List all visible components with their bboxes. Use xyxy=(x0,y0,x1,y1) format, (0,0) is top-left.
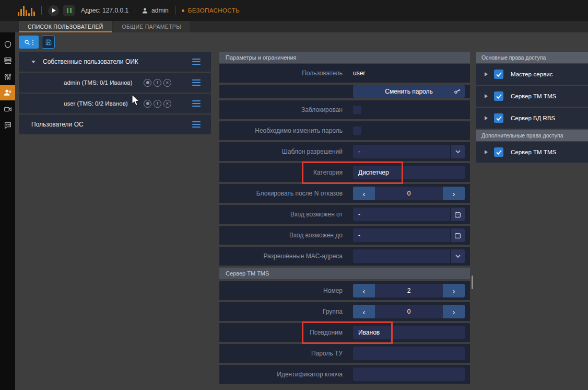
category-field[interactable]: Диспетчер xyxy=(353,166,465,179)
radio-selected-icon[interactable] xyxy=(144,100,151,108)
number-label: Номер xyxy=(219,287,343,294)
calendar-icon[interactable] xyxy=(450,208,465,221)
row-tu-password: Пароль ТУ xyxy=(219,344,470,363)
tree-user-label: user (TMS: 0/2 Иванов) xyxy=(64,100,128,107)
expand-arrow-icon[interactable] xyxy=(485,72,488,76)
chevron-down-icon[interactable] xyxy=(450,145,465,158)
right-item-master-service[interactable]: Мастер-сервис xyxy=(476,64,588,85)
tree-user-user[interactable]: user (TMS: 0/2 Иванов) ! × xyxy=(19,94,211,113)
row-mac-addresses: Разрешённые MAC-адреса xyxy=(219,247,470,266)
search-button[interactable] xyxy=(19,36,39,49)
login-from-datepicker[interactable]: - xyxy=(353,208,465,221)
right-item-extra-tm-server[interactable]: Сервер ТМ TMS xyxy=(476,142,588,163)
tab-general-params[interactable]: ОБЩИЕ ПАРАМЕТРЫ xyxy=(113,21,190,32)
cancel-circle-icon[interactable]: × xyxy=(163,79,171,87)
save-button[interactable] xyxy=(42,36,55,49)
rail-chat-icon[interactable] xyxy=(0,118,15,133)
row-menu-button[interactable] xyxy=(192,121,201,128)
checked-checkbox[interactable] xyxy=(494,147,503,157)
right-item-db-server[interactable]: Сервер БД RBS xyxy=(476,108,588,129)
tab-user-list[interactable]: СПИСОК ПОЛЬЗОВАТЕЛЕЙ xyxy=(19,21,112,32)
params-header: Параметры и ограничения xyxy=(219,52,470,63)
logo-waveform-icon xyxy=(18,5,35,16)
tab-bar: СПИСОК ПОЛЬЗОВАТЕЛЕЙ ОБЩИЕ ПАРАМЕТРЫ xyxy=(0,21,588,32)
expand-arrow-icon[interactable] xyxy=(485,94,488,98)
group-value: 0 xyxy=(375,305,443,318)
tree-user-admin[interactable]: admin (TMS: 0/1 Иванов) ! × xyxy=(19,73,211,93)
row-login-from: Вход возможен от - xyxy=(219,205,470,224)
group-stepper: ‹ 0 › xyxy=(353,305,465,318)
alias-field[interactable]: Иванов xyxy=(353,326,465,339)
checked-checkbox[interactable] xyxy=(494,91,503,101)
rail-sliders-icon[interactable] xyxy=(0,69,15,84)
expand-arrow-icon[interactable] xyxy=(31,61,36,63)
current-user-label: admin xyxy=(151,7,169,14)
right-item-tm-server[interactable]: Сервер ТМ TMS xyxy=(476,86,588,107)
key-id-label: Идентификатор ключа xyxy=(219,371,343,378)
params-panel: Параметры и ограничения Пользователь use… xyxy=(219,52,470,386)
cancel-circle-icon[interactable]: × xyxy=(163,100,171,108)
group-label: Группа xyxy=(219,308,343,315)
alias-value: Иванов xyxy=(353,329,465,336)
row-user: Пользователь user xyxy=(219,64,470,83)
stepper-decrement-button[interactable]: ‹ xyxy=(353,305,375,318)
login-to-label: Вход возможен до xyxy=(219,232,343,239)
user-tree-panel: Собственные пользователи ОИК admin (TMS:… xyxy=(19,36,211,135)
expand-arrow-icon[interactable] xyxy=(485,116,488,120)
rail-servers-icon[interactable] xyxy=(0,53,15,68)
info-circle-icon[interactable]: ! xyxy=(154,79,161,87)
rail-users-icon[interactable] xyxy=(0,85,15,100)
tree-group-label: Пользователи ОС xyxy=(31,121,84,128)
row-change-password: Сменить пароль xyxy=(219,85,470,98)
tree-group-oik[interactable]: Собственные пользователи ОИК xyxy=(19,52,211,72)
block-after-label: Блокировать после N отказов xyxy=(219,190,343,197)
login-to-datepicker[interactable]: - xyxy=(353,228,465,242)
template-select[interactable]: - xyxy=(353,145,465,158)
vertical-scrollbar-thumb[interactable] xyxy=(472,276,473,289)
row-menu-button[interactable] xyxy=(192,100,201,107)
tree-group-os[interactable]: Пользователи ОС xyxy=(19,114,211,134)
block-after-stepper: ‹ 0 › xyxy=(353,187,465,200)
mac-select[interactable] xyxy=(353,249,465,263)
number-value: 2 xyxy=(375,284,443,297)
radio-selected-icon[interactable] xyxy=(144,79,151,87)
chevron-down-icon[interactable] xyxy=(450,249,465,263)
play-button[interactable] xyxy=(48,5,59,16)
rail-shield-icon[interactable] xyxy=(0,37,15,52)
row-category: Категория Диспетчер xyxy=(219,163,470,182)
mac-label: Разрешённые MAC-адреса xyxy=(219,253,343,260)
topbar-separator xyxy=(175,6,175,15)
tms-section-header: Сервер ТМ TMS xyxy=(219,268,470,279)
stepper-increment-button[interactable]: › xyxy=(443,305,465,318)
tu-password-input[interactable] xyxy=(353,347,465,360)
checked-checkbox[interactable] xyxy=(494,70,503,79)
stepper-increment-button[interactable]: › xyxy=(443,187,465,200)
row-group: Группа ‹ 0 › xyxy=(219,302,470,321)
key-id-input[interactable] xyxy=(353,368,465,381)
login-from-value: - xyxy=(353,211,450,218)
more-dots-icon xyxy=(32,40,33,45)
change-password-button[interactable]: Сменить пароль xyxy=(353,85,465,98)
stepper-decrement-button[interactable]: ‹ xyxy=(353,284,375,297)
row-menu-button[interactable] xyxy=(192,79,201,86)
tree-group-label: Собственные пользователи ОИК xyxy=(43,58,138,65)
stepper-increment-button[interactable]: › xyxy=(443,284,465,297)
row-block-after-n: Блокировать после N отказов ‹ 0 › xyxy=(219,184,470,203)
pause-button[interactable] xyxy=(63,5,75,16)
tu-password-label: Пароль ТУ xyxy=(219,350,343,357)
current-user: admin xyxy=(142,7,169,14)
row-must-change-password: Необходимо изменить пароль xyxy=(219,121,470,140)
must-change-checkbox[interactable] xyxy=(353,127,361,135)
pause-icon xyxy=(67,8,68,13)
expand-arrow-icon[interactable] xyxy=(485,150,488,154)
row-alias: Псевдоним Иванов xyxy=(219,323,470,342)
checked-checkbox[interactable] xyxy=(494,113,503,123)
module-name: БЕЗОПАСНОСТЬ xyxy=(188,7,240,14)
row-menu-button[interactable] xyxy=(192,59,201,65)
rail-camera-icon[interactable] xyxy=(0,101,15,117)
user-icon xyxy=(142,7,148,14)
blocked-checkbox[interactable] xyxy=(353,106,361,114)
stepper-decrement-button[interactable]: ‹ xyxy=(353,187,375,200)
info-circle-icon[interactable]: ! xyxy=(154,100,161,108)
calendar-icon[interactable] xyxy=(450,228,465,242)
